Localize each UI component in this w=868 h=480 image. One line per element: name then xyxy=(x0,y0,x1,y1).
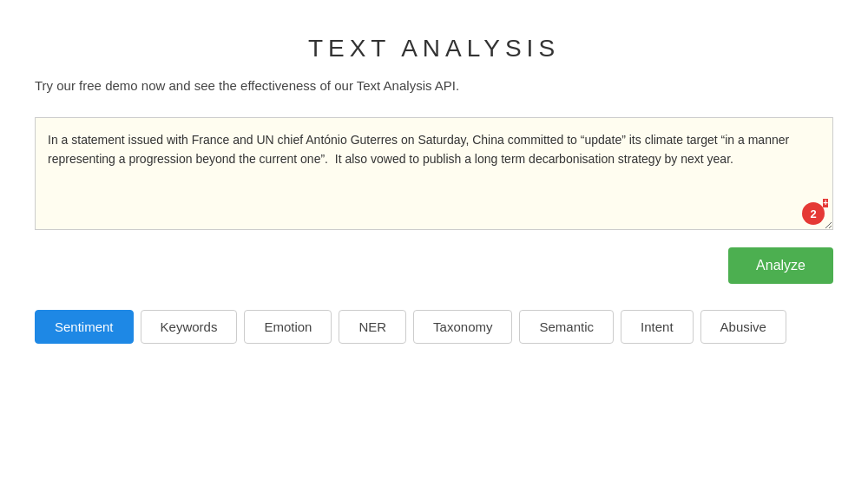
badge-count: 2 xyxy=(810,207,816,220)
page-wrapper: TEXT ANALYSIS Try our free demo now and … xyxy=(0,0,868,480)
badge-container: 2 + xyxy=(802,202,825,225)
analyze-button[interactable]: Analyze xyxy=(728,247,833,284)
page-title: TEXT ANALYSIS xyxy=(35,35,833,62)
tab-sentiment[interactable]: Sentiment xyxy=(35,310,134,344)
badge-plus: + xyxy=(823,199,828,207)
textarea-container: In a statement issued with France and UN… xyxy=(35,117,833,233)
subtitle-text: Try our free demo now and see the effect… xyxy=(35,78,833,93)
tabs-row: SentimentKeywordsEmotionNERTaxonomySeman… xyxy=(35,310,833,344)
analyze-row: Analyze xyxy=(35,247,833,284)
text-input[interactable]: In a statement issued with France and UN… xyxy=(35,117,833,230)
tab-keywords[interactable]: Keywords xyxy=(141,310,238,344)
tab-ner[interactable]: NER xyxy=(339,310,406,344)
tab-semantic[interactable]: Semantic xyxy=(519,310,614,344)
tab-abusive[interactable]: Abusive xyxy=(700,310,786,344)
tab-intent[interactable]: Intent xyxy=(621,310,694,344)
error-badge: 2 + xyxy=(802,202,825,225)
tab-taxonomy[interactable]: Taxonomy xyxy=(413,310,512,344)
tab-emotion[interactable]: Emotion xyxy=(244,310,332,344)
